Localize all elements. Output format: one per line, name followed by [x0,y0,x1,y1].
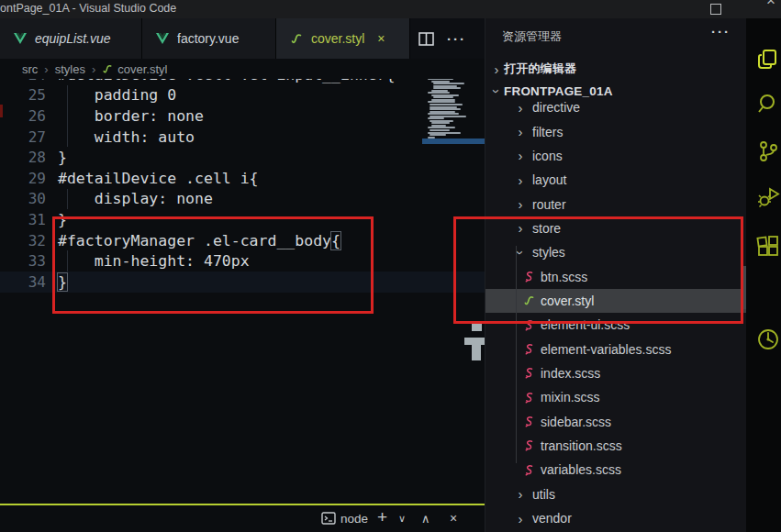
vscode-window: ontPage_01A - Visual Studio Code × 24#de… [0,0,781,532]
code-line-34[interactable]: 34} [0,272,485,293]
source-control-icon[interactable] [756,139,781,165]
code-text: padding 0 [58,86,176,104]
file-sidebar.scss[interactable]: sidebar.scss [485,409,746,433]
tab-label: cover.styl [311,31,364,46]
sass-icon [522,438,536,452]
gutter-error-mark [0,105,3,117]
line-number[interactable]: 29 [0,170,58,187]
stylus-icon [289,32,303,46]
tree-item-label: store [532,221,561,236]
more-actions-icon[interactable]: ··· [447,31,466,47]
explorer-sidebar: 资源管理器 ··· › 打开的编辑器 › FRONTPAGE_01A ›dire… [485,18,746,532]
folder-utils[interactable]: ›utils [485,482,746,506]
tree-item-label: element-variables.scss [541,342,671,357]
sass-icon [522,463,536,477]
new-terminal-icon[interactable]: + [377,507,387,527]
indent-guide [67,189,68,210]
code-text: #detailDevice .cell i{ [58,170,259,187]
terminal-process-label[interactable]: node [340,512,368,526]
code-line-30[interactable]: 30 display: none [0,189,485,210]
code-line-32[interactable]: 32#factoryManager .el-card__body{ [0,230,485,251]
split-editor-icon[interactable] [418,32,434,46]
code-text: } [58,149,67,166]
file-index.scss[interactable]: index.scss [485,361,746,385]
code-line-27[interactable]: 27 width: auto [0,127,485,148]
terminal-panel: node + ∨ ∧ × [0,505,485,532]
code-line-28[interactable]: 28} [0,147,485,168]
code-line-33[interactable]: 33 min-height: 470px [0,250,485,272]
breadcrumb-separator: › [92,62,95,76]
line-number[interactable]: 32 [0,232,58,249]
line-number[interactable]: 30 [0,190,58,207]
line-number[interactable]: 28 [0,149,58,166]
code-line-29[interactable]: 29#detailDevice .cell i{ [0,168,485,189]
run-and-debug-icon[interactable] [756,186,781,212]
minimap[interactable] [426,78,483,139]
code-text: } [58,211,67,228]
panel-close-icon[interactable]: × [450,511,457,526]
breadcrumb-item[interactable]: cover.styl [117,62,167,76]
folder-filters[interactable]: ›filters [485,119,746,143]
line-number[interactable]: 25 [0,86,58,104]
open-editors-section[interactable]: › 打开的编辑器 [485,59,746,79]
folder-layout[interactable]: ›layout [485,168,746,192]
tab-close-icon[interactable]: × [377,31,385,46]
file-cover.styl[interactable]: cover.styl [485,289,746,313]
close-icon[interactable]: × [766,0,775,10]
folder-vendor[interactable]: ›vendor [485,506,746,530]
drag-cursor-icon [472,345,481,360]
file-mixin.scss[interactable]: mixin.scss [485,385,746,409]
panel-maximize-icon[interactable]: ∧ [421,512,430,526]
folder-directive[interactable]: ›directive [485,95,746,119]
tab-label: equipList.vue [35,31,111,46]
tab-factory.vue[interactable]: factory.vue [142,18,276,59]
tree-item-label: transition.scss [541,438,622,453]
breadcrumb-separator: › [44,62,48,76]
code-line-31[interactable]: 31} [0,209,485,230]
folder-store[interactable]: ›store [485,216,746,240]
sass-icon [522,415,536,428]
line-number[interactable]: 26 [0,107,58,125]
code-line-26[interactable]: 26 border: none [0,105,485,127]
code-text: #factoryManager .el-card__body{ [58,232,340,249]
code-line-25[interactable]: 25 padding 0 [0,85,485,106]
tree-indent-guide [516,246,517,463]
references-icon[interactable] [756,327,781,353]
file-btn.scss[interactable]: btn.scss [485,264,746,288]
tab-equipList.vue[interactable]: equipList.vue [0,18,142,59]
terminal-icon[interactable] [321,512,336,525]
line-number[interactable]: 34 [0,273,58,291]
line-number[interactable]: 31 [0,211,58,228]
explorer-more-icon[interactable]: ··· [711,24,731,39]
tree-item-label: layout [532,172,566,187]
file-element-ui.scss[interactable]: element-ui.scss [485,313,746,337]
line-number[interactable]: 27 [0,128,58,146]
minimap-current-line [422,139,485,144]
code-text: } [58,273,67,291]
drag-artifact [472,324,482,331]
breadcrumb-item[interactable]: styles [55,62,85,76]
sass-icon [522,342,536,356]
vue-icon [155,32,169,46]
folder-styles[interactable]: ›styles [485,240,746,264]
file-transition.scss[interactable]: transition.scss [485,434,746,458]
tree-item-label: filters [532,125,563,139]
breadcrumb-item[interactable]: src [22,62,38,76]
terminal-dropdown-icon[interactable]: ∨ [398,513,406,525]
explorer-icon[interactable] [756,48,781,73]
folder-router[interactable]: ›router [485,192,746,216]
search-icon[interactable] [756,92,781,117]
file-element-variables.scss[interactable]: element-variables.scss [485,337,746,360]
folder-icons[interactable]: ›icons [485,144,746,168]
tree-item-label: vendor [532,511,572,526]
open-editors-label: 打开的编辑器 [504,61,576,77]
line-number[interactable]: 33 [0,252,58,270]
maximize-icon[interactable] [710,4,721,15]
indent-guide [67,250,68,272]
file-variables.scss[interactable]: variables.scss [485,458,746,482]
extensions-icon[interactable] [756,236,781,261]
chevron-right-icon: › [513,148,528,163]
tree-item-label: element-ui.scss [541,317,630,332]
tab-cover.styl[interactable]: cover.styl× [276,18,410,59]
chevron-right-icon: › [513,220,528,236]
